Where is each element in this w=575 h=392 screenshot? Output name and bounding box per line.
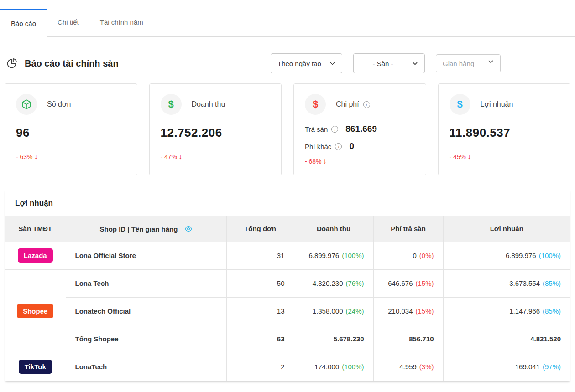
info-icon[interactable]: i — [363, 101, 370, 108]
table-row-shopee-total: Tổng Shopee 63 5.678.230 856.710 4.821.5… — [5, 325, 570, 353]
table-row-shopee-2: Lonatech Official 13 1.358.000(24%) 210.… — [5, 297, 570, 325]
table-row-lazada: Lazada Lona Official Store 31 6.899.976(… — [5, 242, 570, 269]
page-header: Báo cáo tài chính sàn Theo ngày tạo - Sà… — [0, 37, 575, 73]
pie-chart-icon — [5, 57, 18, 70]
cell-revenue: 4.320.230(76%) — [294, 269, 373, 297]
table-row-shopee-1: Shopee Lona Tech 50 4.320.230(76%) 646.6… — [5, 269, 570, 297]
card-profit-delta: - 45% ↓ — [450, 153, 559, 160]
filter-bar: Theo ngày tạo - Sàn - Gian hàng — [271, 53, 501, 73]
card-cost-delta: - 68% ↓ — [305, 157, 415, 165]
cell-orders: 2 — [226, 353, 294, 381]
platform-badge-tiktok: TikTok — [19, 360, 52, 374]
filter-date-type-value: Theo ngày tạo — [277, 60, 321, 67]
col-profit: Lợi nhuận — [443, 216, 570, 242]
cell-revenue: 1.358.000(24%) — [294, 297, 373, 325]
filter-platform-value: - Sàn - — [360, 60, 406, 67]
card-orders-value: 96 — [16, 126, 126, 140]
cost-other-fee-value: 0 — [349, 141, 354, 151]
platform-badge-lazada: Lazada — [18, 248, 53, 263]
down-arrow-icon: ↓ — [467, 153, 471, 160]
filter-shop-value: Gian hàng — [443, 60, 474, 67]
cost-line-other-fee: Phí khác i 0 — [305, 141, 415, 151]
tab-bao-cao[interactable]: Báo cáo — [0, 9, 47, 37]
filter-shop[interactable]: Gian hàng — [436, 54, 501, 72]
card-revenue-value: 12.752.206 — [161, 126, 271, 140]
info-icon[interactable]: i — [335, 143, 342, 150]
chevron-down-icon — [412, 61, 418, 67]
col-platform-fee: Phí trả sàn — [373, 216, 443, 242]
platform-badge-shopee: Shopee — [17, 304, 53, 318]
chevron-down-icon — [329, 61, 335, 67]
chevron-down-icon — [488, 59, 494, 65]
card-cost: $ Chi phí i Trả sàn i 861.669 Phí khác i… — [293, 83, 426, 175]
info-icon[interactable]: i — [331, 126, 338, 133]
page-title: Báo cáo tài chính sàn — [25, 58, 119, 69]
profit-table: Sàn TMĐT Shop ID | Tên gian hàng Tổng đơ… — [5, 216, 570, 381]
cell-revenue: 174.000(100%) — [294, 353, 373, 381]
table-header-row: Sàn TMĐT Shop ID | Tên gian hàng Tổng đơ… — [5, 216, 570, 242]
card-revenue-delta: - 47% ↓ — [161, 153, 271, 160]
table-title: Lợi nhuận — [5, 189, 570, 216]
col-shop: Shop ID | Tên gian hàng — [66, 216, 226, 242]
down-arrow-icon: ↓ — [34, 153, 38, 160]
card-profit-label: Lợi nhuận — [481, 100, 513, 108]
cell-shop: Lonatech Official — [66, 297, 226, 325]
col-revenue: Doanh thu — [294, 216, 373, 242]
package-icon — [16, 94, 37, 115]
cell-profit: 4.821.520 — [443, 325, 570, 353]
filter-date-type[interactable]: Theo ngày tạo — [271, 53, 342, 73]
tab-tai-chinh-nam[interactable]: Tài chính năm — [89, 9, 154, 36]
cell-fee: 0(0%) — [373, 242, 443, 269]
cell-revenue: 5.678.230 — [294, 325, 373, 353]
cost-platform-fee-value: 861.669 — [345, 124, 377, 134]
cell-fee: 856.710 — [373, 325, 443, 353]
cell-fee: 4.959(3%) — [373, 353, 443, 381]
cell-fee: 210.034(15%) — [373, 297, 443, 325]
table-row-tiktok: TikTok LonaTech 2 174.000(100%) 4.959(3%… — [5, 353, 570, 381]
cost-other-fee-label: Phí khác — [305, 143, 331, 150]
cell-orders: 50 — [226, 269, 294, 297]
stat-cards-row: Số đơn 96 - 63% ↓ $ Doanh thu 12.752.206… — [0, 73, 575, 175]
cell-orders: 31 — [226, 242, 294, 269]
card-cost-label: Chi phí — [336, 100, 359, 108]
cell-profit: 3.673.554(85%) — [443, 269, 570, 297]
col-platform: Sàn TMĐT — [5, 216, 66, 242]
cost-platform-fee-label: Trả sàn — [305, 125, 328, 133]
profit-table-panel: Lợi nhuận Sàn TMĐT Shop ID | Tên gian hà… — [5, 189, 570, 381]
cell-orders: 13 — [226, 297, 294, 325]
filter-platform[interactable]: - Sàn - — [353, 53, 425, 73]
eye-icon[interactable] — [184, 225, 193, 233]
dollar-icon: $ — [450, 94, 470, 115]
cost-line-platform-fee: Trả sàn i 861.669 — [305, 124, 415, 134]
cell-shop: Lona Official Store — [66, 242, 226, 269]
dollar-icon: $ — [161, 94, 182, 115]
card-orders: Số đơn 96 - 63% ↓ — [5, 83, 137, 175]
cell-profit: 169.041(97%) — [443, 353, 570, 381]
down-arrow-icon: ↓ — [323, 157, 327, 165]
down-arrow-icon: ↓ — [178, 153, 183, 160]
card-profit: $ Lợi nhuận 11.890.537 - 45% ↓ — [438, 83, 571, 175]
cell-fee: 646.676(15%) — [373, 269, 443, 297]
cell-profit: 1.147.966(85%) — [443, 297, 570, 325]
cell-shop: Lona Tech — [66, 269, 226, 297]
dollar-icon: $ — [305, 94, 326, 115]
cell-profit: 6.899.976(100%) — [443, 242, 570, 269]
cell-shop: LonaTech — [66, 353, 226, 381]
cell-shop: Tổng Shopee — [66, 325, 226, 353]
card-orders-delta: - 63% ↓ — [16, 153, 126, 160]
tab-bar: Báo cáo Chi tiết Tài chính năm — [0, 0, 575, 37]
cell-orders: 63 — [226, 325, 294, 353]
cell-revenue: 6.899.976(100%) — [294, 242, 373, 269]
card-orders-label: Số đơn — [47, 100, 71, 108]
card-revenue-label: Doanh thu — [192, 100, 225, 108]
card-profit-value: 11.890.537 — [450, 126, 559, 140]
card-revenue: $ Doanh thu 12.752.206 - 47% ↓ — [149, 83, 282, 175]
tab-chi-tiet[interactable]: Chi tiết — [47, 9, 89, 36]
col-total-orders: Tổng đơn — [226, 216, 294, 242]
